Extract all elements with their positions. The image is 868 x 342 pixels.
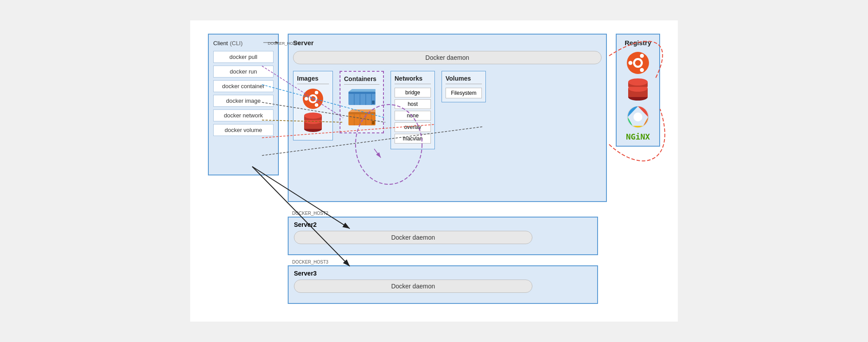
- client-subtitle: (CLI): [230, 40, 242, 47]
- server2-box: Server2 Docker daemon: [288, 217, 598, 255]
- ubuntu-registry-icon: [626, 51, 650, 75]
- images-section: Images: [293, 71, 333, 140]
- nginx-label: NGiNX: [621, 132, 655, 141]
- networks-title: Networks: [395, 75, 431, 84]
- svg-point-32: [640, 54, 644, 58]
- server-box: Server Docker daemon Images: [288, 34, 607, 202]
- svg-point-4: [315, 91, 318, 94]
- cmd-docker-pull: docker pull: [213, 51, 274, 63]
- network-macvlan: macvlan: [395, 134, 431, 144]
- cmd-docker-container: docker container: [213, 80, 274, 92]
- redis-registry-icon: [626, 78, 650, 102]
- svg-point-30: [635, 60, 641, 66]
- client-title: Client (CLI): [213, 39, 274, 47]
- network-none: none: [395, 111, 431, 120]
- network-bridge: bridge: [395, 88, 431, 97]
- registry-title: Registry: [621, 39, 655, 47]
- svg-point-31: [628, 61, 632, 65]
- ubuntu-icon: [302, 88, 324, 110]
- volumes-title: Volumes: [446, 75, 482, 84]
- client-label: Client: [213, 40, 228, 47]
- svg-point-11: [304, 113, 322, 119]
- server-title: Server: [293, 39, 602, 47]
- svg-rect-19: [372, 101, 375, 104]
- cmd-docker-run: docker run: [213, 66, 274, 78]
- server2-daemon-bar: Docker daemon: [294, 231, 532, 244]
- containers-section: Containers: [340, 71, 384, 133]
- network-overlay: overlay: [395, 122, 431, 132]
- cmd-docker-volume: docker volume: [213, 124, 274, 136]
- svg-point-41: [633, 113, 642, 121]
- server2-title: Server2: [294, 221, 592, 228]
- diagram-wrapper: Client (CLI) docker pull docker run dock…: [190, 20, 678, 322]
- svg-marker-18: [348, 89, 375, 92]
- docker-daemon-bar: Docker daemon: [293, 51, 602, 64]
- volumes-section: Volumes Filesystem: [442, 71, 486, 102]
- svg-point-5: [315, 103, 318, 107]
- main-area: Client (CLI) docker pull docker run dock…: [208, 34, 660, 202]
- docker-host2-label: DOCKER_HOST2: [292, 211, 660, 216]
- bottom-servers: DOCKER_HOST2 Server2 Docker daemon DOCKE…: [288, 211, 660, 304]
- containers-title: Containers: [344, 75, 379, 85]
- server3-daemon-bar: Docker daemon: [294, 280, 532, 293]
- client-box: Client (CLI) docker pull docker run dock…: [208, 34, 279, 175]
- cmd-docker-network: docker network: [213, 109, 274, 121]
- filesystem-item: Filesystem: [446, 88, 482, 98]
- svg-point-39: [628, 78, 648, 86]
- svg-marker-26: [348, 109, 375, 112]
- redis-images-icon: [302, 112, 324, 134]
- server3-title: Server3: [294, 270, 592, 277]
- svg-rect-27: [372, 121, 375, 124]
- network-host: host: [395, 99, 431, 109]
- container-icon-2: [348, 109, 376, 127]
- cmd-docker-image: docker image: [213, 95, 274, 107]
- svg-point-2: [310, 96, 316, 101]
- registry-box: Registry: [616, 34, 660, 147]
- compose-registry-icon: [626, 105, 650, 129]
- container-icon-1: [348, 88, 376, 107]
- svg-point-3: [305, 97, 308, 101]
- networks-section: Networks bridge host none overlay macvla…: [391, 71, 435, 149]
- images-title: Images: [297, 75, 329, 84]
- docker-host3-label: DOCKER_HOST3: [292, 260, 660, 264]
- inner-row: Images: [293, 71, 602, 149]
- svg-point-33: [640, 68, 644, 72]
- server3-box: Server3 Docker daemon: [288, 265, 598, 304]
